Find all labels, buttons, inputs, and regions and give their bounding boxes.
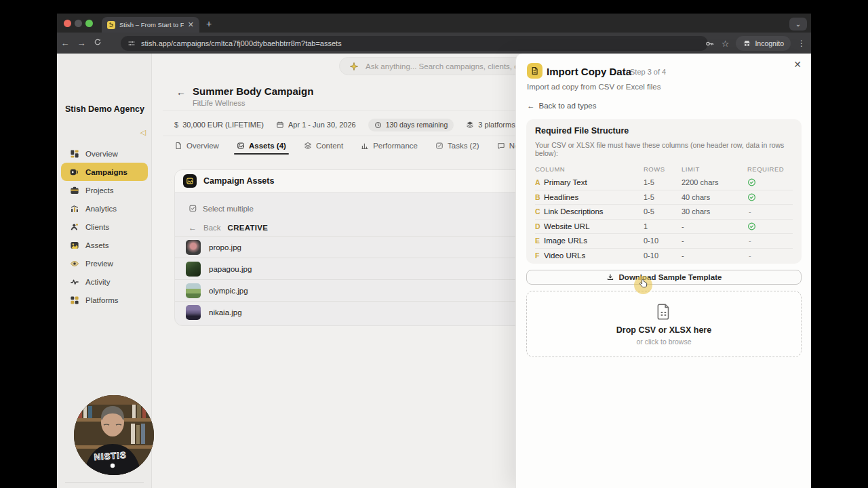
asset-filename: nikaia.jpg: [209, 308, 242, 317]
sidebar-item-clients[interactable]: Clients: [61, 218, 148, 236]
budget-value: 30,000 EUR (LIFETIME): [182, 121, 264, 129]
sidebar-item-activity[interactable]: Activity: [61, 272, 148, 291]
tab-label: Performance: [373, 142, 418, 150]
campaigns-icon: [70, 167, 79, 177]
layers-icon: [304, 142, 312, 150]
back-to-ad-types-link[interactable]: ← Back to ad types: [527, 102, 597, 110]
tab-strip: Stish – From Start to Finish | C ✕ + ⌄: [57, 14, 811, 33]
sidebar-item-projects[interactable]: Projects: [61, 181, 148, 199]
url-text: stish.app/campaigns/cmltca7fj000dtybaehb…: [141, 39, 342, 47]
sidebar-item-platforms[interactable]: Platforms: [61, 291, 148, 309]
platforms-meta: 3 platforms: [466, 121, 515, 129]
tab-label: Tasks (2): [448, 142, 479, 150]
sidebar-item-assets[interactable]: Assets: [61, 236, 148, 254]
column-letter: E: [535, 237, 540, 245]
back-nav-icon[interactable]: ←: [57, 38, 73, 48]
preview-eye-icon: [70, 259, 79, 268]
select-multiple-button[interactable]: Select multiple: [189, 204, 254, 213]
bookmark-star-icon[interactable]: ☆: [722, 39, 730, 49]
sidebar-collapse-icon[interactable]: ◁: [140, 128, 146, 137]
column-name: Headlines: [544, 193, 578, 201]
sidebar-item-label: Overview: [85, 150, 118, 158]
agency-name: Stish Demo Agency: [65, 104, 144, 114]
incognito-label: Incognito: [755, 39, 784, 47]
tab-performance[interactable]: Performance: [361, 138, 418, 153]
required-dash: -: [749, 237, 751, 245]
panel-close-icon[interactable]: ✕: [793, 59, 802, 70]
site-settings-icon[interactable]: [127, 39, 136, 47]
sidebar-nav: Overview Campaigns Projects Analytics Cl…: [57, 144, 152, 309]
tab-assets[interactable]: Assets (4): [237, 138, 286, 153]
column-name: Primary Text: [544, 178, 587, 186]
sidebar-item-label: Analytics: [85, 205, 117, 213]
browser-tab[interactable]: Stish – From Start to Finish | C ✕: [102, 17, 199, 33]
sidebar-item-overview[interactable]: Overview: [61, 144, 148, 163]
column-name: Image URLs: [544, 237, 587, 245]
tab-content[interactable]: Content: [304, 138, 343, 153]
column-limit: 2200 chars: [682, 178, 718, 186]
assets-back-label[interactable]: Back: [203, 224, 221, 232]
tab-label: Overview: [186, 142, 219, 150]
forward-nav-icon[interactable]: →: [73, 38, 90, 48]
close-window-button[interactable]: [64, 20, 71, 27]
assets-icon: [70, 241, 79, 250]
minimize-window-button[interactable]: [75, 20, 82, 27]
document-icon: [174, 142, 182, 150]
reload-icon[interactable]: [90, 38, 106, 48]
required-check-icon: [747, 192, 756, 201]
sidebar-item-analytics[interactable]: Analytics: [61, 199, 148, 218]
dates-value: Apr 1 - Jun 30, 2026: [288, 121, 356, 129]
url-bar[interactable]: stish.app/campaigns/cmltca7fj000dtybaehb…: [121, 36, 708, 51]
window-chevron-down-icon[interactable]: ⌄: [789, 18, 807, 30]
sidebar-item-campaigns[interactable]: Campaigns: [61, 163, 148, 181]
incognito-badge: Incognito: [736, 36, 791, 51]
column-limit: -: [682, 251, 684, 260]
sparkle-icon: [349, 62, 359, 71]
asset-filename: propo.jpg: [209, 243, 241, 251]
analytics-icon: [70, 204, 79, 214]
toolbar-right: ☆ Incognito ⋮: [705, 36, 806, 51]
budget-meta: $ 30,000 EUR (LIFETIME): [174, 121, 264, 129]
new-tab-button[interactable]: +: [206, 18, 212, 29]
campaign-tabs: Overview Assets (4) Content Performance …: [174, 138, 541, 153]
tab-close-icon[interactable]: ✕: [188, 21, 194, 28]
tab-label: Content: [316, 142, 343, 150]
column-rows: 0-5: [644, 207, 654, 216]
browser-menu-icon[interactable]: ⋮: [797, 39, 806, 48]
maximize-window-button[interactable]: [85, 20, 93, 27]
incognito-icon: [743, 39, 751, 48]
assets-back-icon[interactable]: ←: [189, 223, 197, 232]
download-sample-template-button[interactable]: Download Sample Template: [526, 270, 802, 285]
table-row: C Link Descriptions 0-5 30 chars -: [535, 204, 793, 219]
activity-icon: [70, 277, 79, 287]
asset-thumbnail: [186, 283, 201, 298]
sidebar-divider: [65, 482, 144, 483]
col-header-rows: ROWS: [644, 165, 665, 173]
column-limit: 30 chars: [682, 207, 710, 216]
assets-breadcrumb: ← Back CREATIVE: [189, 223, 268, 232]
asset-filename: papagou.jpg: [209, 265, 252, 273]
dropzone-subtitle: or click to browse: [636, 338, 691, 346]
hand-cursor-icon: [638, 279, 649, 289]
column-limit: 40 chars: [682, 193, 710, 201]
assets-card-title: Campaign Assets: [203, 176, 274, 186]
campaign-client: FitLife Wellness: [193, 99, 245, 107]
tab-overview[interactable]: Overview: [174, 138, 219, 153]
days-remaining-value: 130 days remaining: [386, 121, 448, 129]
structure-table-header: COLUMN ROWS LIMIT REQUIRED: [535, 165, 793, 175]
sidebar-item-label: Clients: [85, 223, 109, 231]
tab-tasks[interactable]: Tasks (2): [435, 138, 479, 153]
assets-folder-name: CREATIVE: [228, 224, 269, 232]
column-rows: 1: [644, 222, 648, 230]
asset-thumbnail: [186, 262, 201, 277]
panel-title: Import Copy Data: [547, 66, 631, 77]
checkbox-icon: [189, 204, 197, 213]
sidebar-item-preview[interactable]: Preview: [61, 254, 148, 272]
user-avatar[interactable]: NISTIS: [74, 395, 154, 475]
column-letter: F: [535, 251, 539, 260]
csv-dropzone[interactable]: Drop CSV or XLSX here or click to browse: [526, 291, 802, 357]
campaign-back-icon[interactable]: ←: [176, 87, 186, 98]
password-key-icon[interactable]: [705, 39, 715, 49]
tab-title: Stish – From Start to Finish | C: [119, 21, 184, 28]
column-rows: 1-5: [644, 193, 654, 201]
